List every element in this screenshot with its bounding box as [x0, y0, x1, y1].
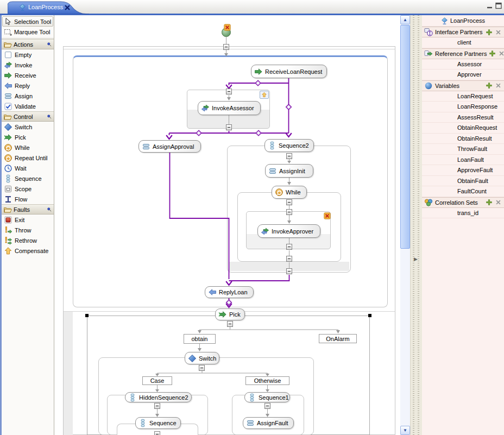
tray-item[interactable]: LoanFault — [422, 155, 504, 166]
node-case[interactable]: Case — [142, 376, 172, 385]
tray-section-correlation-sets[interactable]: Correlation Sets — [422, 197, 504, 208]
palette-item-repeat-until[interactable]: Repeat Until — [2, 153, 54, 163]
tray-item[interactable]: client — [422, 37, 504, 48]
coll-scope2-top[interactable] — [286, 209, 292, 215]
scroll-up-button[interactable]: ▲ — [400, 15, 410, 24]
node-sequence[interactable]: Sequence — [135, 417, 181, 429]
tray-item[interactable]: ThrowFault — [422, 144, 504, 155]
palette-item-sequence[interactable]: Sequence — [2, 173, 54, 184]
maximize-icon[interactable] — [495, 2, 502, 9]
tray-item[interactable]: ApproveFault — [422, 165, 504, 176]
coll-sequence1[interactable] — [264, 403, 270, 409]
node-reply-loan[interactable]: ReplyLoan — [205, 286, 254, 298]
node-obtain[interactable]: obtain — [184, 334, 216, 344]
palette-item-scope[interactable]: Scope — [2, 184, 54, 194]
node-while[interactable]: While — [272, 186, 307, 199]
node-sequence1[interactable]: Sequence1 — [244, 392, 290, 402]
palette-item-assign[interactable]: Assign — [2, 91, 54, 101]
scroll-thumb[interactable] — [400, 25, 410, 249]
node-switch[interactable]: Switch — [185, 352, 219, 364]
canvas-vertical-scrollbar[interactable]: ▲ ▼ — [400, 15, 410, 435]
palette-item-exit[interactable]: Exit — [2, 215, 54, 225]
tab-loanprocess[interactable]: LoanProcess — [8, 1, 89, 14]
minimize-icon[interactable] — [486, 2, 494, 9]
coll-scope1-bottom[interactable] — [226, 124, 232, 130]
coll-sequence[interactable] — [154, 431, 160, 435]
tray-item[interactable]: LoanResponse — [422, 102, 504, 112]
selection-handle[interactable] — [85, 314, 89, 317]
node-hidden-sequence2[interactable]: HiddenSequence2 — [125, 392, 192, 402]
splitter-collapse-arrow[interactable]: ▶ — [414, 256, 418, 262]
tray-item[interactable]: AssessResult — [422, 112, 504, 123]
node-assign-init[interactable]: AssignInit — [265, 164, 313, 178]
delete-icon[interactable] — [495, 82, 502, 89]
node-otherwise[interactable]: Otherwise — [245, 376, 289, 385]
add-icon[interactable] — [486, 199, 493, 206]
palette-section-actions[interactable]: Actions — [2, 39, 54, 49]
coll-sequence2[interactable] — [286, 153, 292, 159]
tray-item[interactable]: ObtainResult — [422, 134, 504, 144]
coll-scope1-top[interactable] — [226, 89, 232, 94]
coll-while[interactable] — [286, 199, 292, 205]
tray-item[interactable]: FaultCount — [422, 186, 504, 197]
palette-item-wait[interactable]: Wait — [2, 163, 54, 173]
coll-pick[interactable] — [227, 321, 233, 327]
palette-item-receive[interactable]: Receive — [2, 70, 54, 80]
tray-section-variables[interactable]: Variables — [422, 80, 504, 91]
palette-item-rethrow[interactable]: Rethrow — [2, 235, 54, 245]
node-assign-approval[interactable]: AssignApproval — [138, 140, 201, 153]
delete-icon[interactable] — [498, 50, 504, 57]
coll-scope2-bottom[interactable] — [286, 244, 292, 250]
tray-item[interactable]: trans_id — [422, 208, 504, 219]
tray-splitter[interactable]: ▶ — [410, 15, 422, 435]
scroll-down-button[interactable]: ▼ — [400, 426, 410, 435]
palette-item-while[interactable]: While — [2, 142, 54, 153]
palette-item-compensate[interactable]: Compensate — [2, 245, 54, 256]
coll-switch[interactable] — [199, 365, 205, 371]
coll-hidden-sequence2[interactable] — [154, 403, 160, 409]
palette-item-empty[interactable]: Empty — [2, 49, 54, 60]
palette-section-faults[interactable]: Faults — [2, 204, 54, 215]
editor-border-left — [0, 15, 2, 435]
palette-item-invoke[interactable]: Invoke — [2, 60, 54, 70]
pin-icon[interactable] — [47, 42, 52, 47]
folder-icon — [3, 112, 12, 121]
add-icon[interactable] — [486, 29, 493, 36]
tray-item[interactable]: ObtainFault — [422, 176, 504, 187]
invoke-icon — [261, 227, 269, 236]
palette-section-control[interactable]: Control — [2, 111, 54, 122]
close-icon[interactable] — [64, 4, 71, 11]
palette-item-reply[interactable]: Reply — [2, 80, 54, 91]
node-receive-loan-request[interactable]: ReceiveLoanRequest — [251, 65, 327, 78]
palette-item-flow[interactable]: Flow — [2, 194, 54, 204]
tray-item[interactable]: Assessor — [422, 59, 504, 70]
palette-tool-selection[interactable]: Selection Tool — [2, 16, 53, 27]
add-icon[interactable] — [486, 82, 493, 89]
node-on-alarm[interactable]: OnAlarm — [319, 334, 357, 343]
node-pick[interactable]: Pick — [215, 308, 245, 320]
palette-item-pick[interactable]: Pick — [2, 132, 54, 142]
tray-item[interactable]: Approver — [422, 70, 504, 80]
tray-section-interface-partners[interactable]: Interface Partners — [422, 27, 504, 37]
delete-icon[interactable] — [495, 29, 502, 36]
pin-icon[interactable] — [47, 207, 52, 212]
tray-item[interactable]: ObtainRequest — [422, 123, 504, 134]
palette-item-switch[interactable]: Switch — [2, 122, 54, 132]
tray-section-reference-partners[interactable]: Reference Partners — [422, 48, 504, 59]
coll-while-bottom[interactable] — [286, 256, 292, 262]
node-assign-fault[interactable]: AssignFault — [243, 417, 294, 429]
selection-handle[interactable] — [368, 314, 371, 317]
node-invoke-approver[interactable]: InvokeApprover — [257, 224, 320, 238]
node-sequence2[interactable]: Sequence2 — [264, 139, 314, 152]
palette-item-validate[interactable]: Validate — [2, 101, 54, 111]
add-icon[interactable] — [489, 50, 496, 57]
node-invoke-assessor[interactable]: InvokeAssessor — [198, 101, 261, 115]
coll-sequence2-bottom[interactable] — [286, 268, 292, 274]
pin-icon[interactable] — [47, 114, 52, 119]
coll-process[interactable] — [223, 44, 229, 50]
delete-icon[interactable] — [495, 199, 502, 206]
compensate-badge[interactable] — [260, 91, 269, 99]
palette-item-throw[interactable]: Throw — [2, 225, 54, 235]
palette-tool-marquee[interactable]: Marquee Tool — [2, 27, 53, 37]
tray-item[interactable]: LoanRequest — [422, 91, 504, 102]
